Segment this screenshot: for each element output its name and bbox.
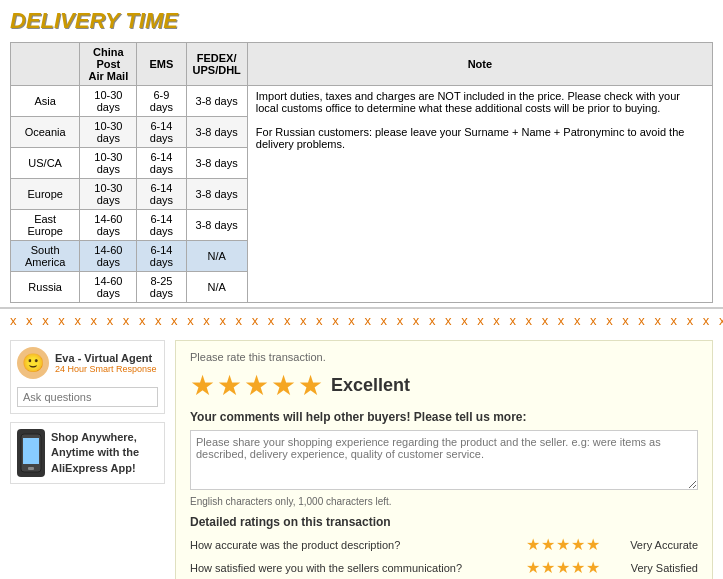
phone-icon — [17, 429, 45, 477]
delivery-section: DELIVERY TIME China PostAir Mail EMS FED… — [0, 0, 723, 309]
asia-china-post: 10-30 days — [80, 86, 137, 117]
col-header-fedex: FEDEX/UPS/DHL — [186, 43, 247, 86]
acc-star-5[interactable]: ★ — [586, 535, 600, 554]
south-america-china-post: 14-60 days — [80, 241, 137, 272]
acc-star-3[interactable]: ★ — [556, 535, 570, 554]
communication-stars[interactable]: ★ ★ ★ ★ ★ — [526, 558, 600, 577]
comm-star-3[interactable]: ★ — [556, 558, 570, 577]
decorative-x-border: x x x x x x x x x x x x x x x x x x x x … — [0, 309, 723, 332]
south-america-ems: 6-14 days — [137, 241, 186, 272]
usca-china-post: 10-30 days — [80, 148, 137, 179]
rate-label: Please rate this transaction. — [190, 351, 698, 363]
comm-star-4[interactable]: ★ — [571, 558, 585, 577]
south-america-fedex: N/A — [186, 241, 247, 272]
east-europe-china-post: 14-60 days — [80, 210, 137, 241]
delivery-title: DELIVERY TIME — [10, 8, 713, 34]
acc-star-4[interactable]: ★ — [571, 535, 585, 554]
svg-rect-2 — [28, 467, 34, 470]
app-box: Shop Anywhere, Anytime with the AliExpre… — [10, 422, 165, 484]
eva-ask-input[interactable] — [17, 387, 158, 407]
app-text: Shop Anywhere, Anytime with the AliExpre… — [51, 430, 158, 476]
col-header-region — [11, 43, 80, 86]
comments-prompt: Your comments will help other buyers! Pl… — [190, 410, 698, 424]
region-europe: Europe — [11, 179, 80, 210]
asia-ems: 6-9 days — [137, 86, 186, 117]
asia-fedex: 3-8 days — [186, 86, 247, 117]
europe-ems: 6-14 days — [137, 179, 186, 210]
char-count: English characters only, 1,000 character… — [190, 496, 698, 507]
comm-star-5[interactable]: ★ — [586, 558, 600, 577]
communication-value: Very Satisfied — [608, 562, 698, 574]
region-oceania: Oceania — [11, 117, 80, 148]
rating-panel: Please rate this transaction. ★ ★ ★ ★ ★ … — [175, 340, 713, 579]
star-5[interactable]: ★ — [298, 369, 323, 402]
delivery-table: China PostAir Mail EMS FEDEX/UPS/DHL Not… — [10, 42, 713, 303]
comm-star-1[interactable]: ★ — [526, 558, 540, 577]
col-header-china-post: China PostAir Mail — [80, 43, 137, 86]
east-europe-fedex: 3-8 days — [186, 210, 247, 241]
russia-fedex: N/A — [186, 272, 247, 303]
communication-rating-row: How satisfied were you with the sellers … — [190, 558, 698, 577]
oceania-ems: 6-14 days — [137, 117, 186, 148]
east-europe-ems: 6-14 days — [137, 210, 186, 241]
comm-star-2[interactable]: ★ — [541, 558, 555, 577]
eva-avatar: 🙂 — [17, 347, 49, 379]
star-4[interactable]: ★ — [271, 369, 296, 402]
communication-question: How satisfied were you with the sellers … — [190, 562, 518, 574]
usca-ems: 6-14 days — [137, 148, 186, 179]
stars-row: ★ ★ ★ ★ ★ Excellent — [190, 369, 698, 402]
eva-header: 🙂 Eva - Virtual Agent 24 Hour Smart Resp… — [17, 347, 157, 379]
acc-star-1[interactable]: ★ — [526, 535, 540, 554]
eva-name: Eva - Virtual Agent — [55, 352, 157, 364]
note-cell: Import duties, taxes and charges are NOT… — [247, 86, 712, 303]
bottom-section: 🙂 Eva - Virtual Agent 24 Hour Smart Resp… — [0, 332, 723, 579]
region-usca: US/CA — [11, 148, 80, 179]
eva-subtitle: 24 Hour Smart Response — [55, 364, 157, 374]
eva-info: Eva - Virtual Agent 24 Hour Smart Respon… — [55, 352, 157, 374]
usca-fedex: 3-8 days — [186, 148, 247, 179]
col-header-note: Note — [247, 43, 712, 86]
accuracy-rating-row: How accurate was the product description… — [190, 535, 698, 554]
col-header-ems: EMS — [137, 43, 186, 86]
stars-large[interactable]: ★ ★ ★ ★ ★ — [190, 369, 323, 402]
oceania-fedex: 3-8 days — [186, 117, 247, 148]
russia-ems: 8-25 days — [137, 272, 186, 303]
region-east-europe: East Europe — [11, 210, 80, 241]
star-2[interactable]: ★ — [217, 369, 242, 402]
accuracy-question: How accurate was the product description… — [190, 539, 518, 551]
region-south-america: South America — [11, 241, 80, 272]
russia-china-post: 14-60 days — [80, 272, 137, 303]
left-panel: 🙂 Eva - Virtual Agent 24 Hour Smart Resp… — [10, 340, 165, 579]
europe-china-post: 10-30 days — [80, 179, 137, 210]
star-3[interactable]: ★ — [244, 369, 269, 402]
comments-textarea[interactable] — [190, 430, 698, 490]
svg-rect-1 — [23, 438, 39, 464]
oceania-china-post: 10-30 days — [80, 117, 137, 148]
europe-fedex: 3-8 days — [186, 179, 247, 210]
table-row: Asia 10-30 days 6-9 days 3-8 days Import… — [11, 86, 713, 117]
detailed-ratings-title: Detailed ratings on this transaction — [190, 515, 698, 529]
accuracy-value: Very Accurate — [608, 539, 698, 551]
acc-star-2[interactable]: ★ — [541, 535, 555, 554]
star-1[interactable]: ★ — [190, 369, 215, 402]
region-russia: Russia — [11, 272, 80, 303]
region-asia: Asia — [11, 86, 80, 117]
eva-box: 🙂 Eva - Virtual Agent 24 Hour Smart Resp… — [10, 340, 165, 414]
excellent-label: Excellent — [331, 375, 410, 396]
accuracy-stars[interactable]: ★ ★ ★ ★ ★ — [526, 535, 600, 554]
